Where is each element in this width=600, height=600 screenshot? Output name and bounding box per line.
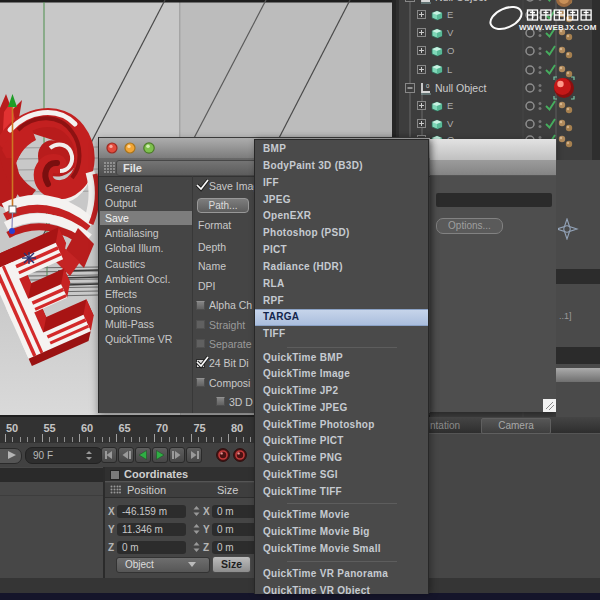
svg-text:WWW.WEBJX.COM: WWW.WEBJX.COM xyxy=(519,23,597,32)
svg-text:0: 0 xyxy=(426,83,430,89)
